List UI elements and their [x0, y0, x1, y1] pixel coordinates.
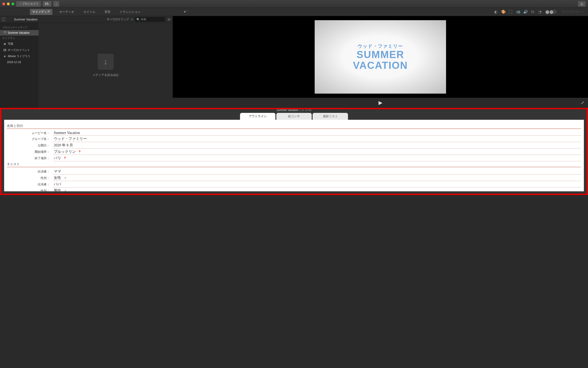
tab-transitions[interactable]: トランジション [117, 9, 143, 15]
release-date-value: 2020 年 8 月 [54, 143, 73, 148]
zoom-window-button[interactable] [11, 2, 14, 5]
sidebar-item-project[interactable]: 🎬 Summer Vacation [0, 30, 39, 36]
sidebar-item-imovie-lib[interactable]: ▼ iMovie ライブラリ [0, 53, 39, 59]
preview-viewer[interactable]: ウッド・ファミリー SUMMER VACATION [173, 16, 588, 98]
field-movie-name: ムービー名： Summer Vacation [7, 130, 581, 136]
end-location-input[interactable]: パリ📍 [53, 155, 581, 161]
cast-2-value: パパ [54, 182, 61, 187]
disclosure-triangle-icon: ▼ [3, 55, 6, 58]
gender-2-value: 男性 [54, 188, 61, 191]
media-area[interactable]: ↓ メディアを読み込む [39, 23, 173, 108]
search-input[interactable]: 🔍 検索 [135, 17, 165, 22]
sidebar-toggle-icon[interactable] [2, 18, 5, 21]
end-location-label: 終了場所： [7, 156, 53, 160]
contrast-icon[interactable]: ◐ [494, 10, 498, 14]
field-cast-2: 出演者： パパ [7, 182, 581, 187]
trailer-tabs: アウトライン 絵コンテ 撮影リスト [0, 112, 588, 120]
event-title: Summer Vacation [14, 18, 38, 21]
release-date-label: 公開日： [7, 143, 53, 147]
sidebar-item-label: Summer Vacation [8, 31, 29, 34]
sidebar-item-all-events[interactable]: 🎞 すべてのイベント [0, 47, 39, 53]
share-button[interactable] [578, 1, 586, 7]
sidebar-item-photos[interactable]: ✿ 写真 [0, 41, 39, 47]
timeline-header: Summer Vacation 1 分 20 秒 [0, 108, 588, 112]
cast-label: 出演者： [7, 170, 53, 174]
updown-icon: ⇅ [64, 190, 66, 191]
tab-audio[interactable]: オーディオ [57, 9, 77, 15]
window-controls [2, 2, 14, 5]
minimize-window-button[interactable] [7, 2, 10, 5]
field-group-name: グループ名： ウッド・ファミリー [7, 136, 581, 142]
field-end-location: 終了場所： パリ📍 [7, 155, 581, 161]
tab-my-media[interactable]: マイメディア [30, 9, 52, 15]
fullscreen-button[interactable]: ⤢ [581, 100, 584, 105]
clips-filter-dropdown[interactable]: すべてのクリップ ⇅ [107, 18, 133, 21]
sidebar: プロジェクトメディア 🎬 Summer Vacation ライブラリ ✿ 写真 … [0, 23, 39, 108]
close-window-button[interactable] [2, 2, 5, 5]
tab-storyboard[interactable]: 絵コンテ [276, 113, 312, 120]
movie-name-input[interactable]: Summer Vacation [53, 130, 581, 136]
speed-icon[interactable]: ◔ [538, 10, 542, 14]
gender-1-select[interactable]: 女性⇅ [53, 175, 581, 181]
start-location-value: ブルックリン [54, 149, 76, 154]
reset-all-button[interactable]: すべてをリセット [562, 10, 584, 14]
settings-gear-icon[interactable] [167, 18, 171, 21]
preview-title-line2: VACATION [353, 60, 408, 71]
gender-2-select[interactable]: 男性⇅ [53, 188, 581, 191]
sidebar-item-label: 写真 [8, 42, 13, 46]
share-icon [580, 2, 583, 6]
crop-icon[interactable]: ⛶ [509, 10, 513, 14]
media-browser-button[interactable]: 🎞♪ [43, 1, 51, 7]
back-projects-button[interactable]: 〈 プロジェクト [16, 1, 41, 7]
sidebar-item-event-date[interactable]: 2019-12-18 [0, 59, 39, 65]
map-pin-icon[interactable]: 📍 [63, 156, 67, 160]
filter-icon[interactable]: ⬤⬤ [545, 10, 549, 14]
preview-subtitle: ウッド・ファミリー [358, 43, 403, 49]
palette-icon[interactable]: 🎨 [501, 10, 505, 14]
tab-backgrounds[interactable]: 背景 [102, 9, 113, 15]
release-date-input[interactable]: 2020 年 8 月 [53, 142, 581, 148]
section-cast: キャスト [7, 162, 581, 167]
search-icon: 🔍 [136, 18, 140, 21]
cast-1-input[interactable]: ママ [53, 169, 581, 175]
tab-outline[interactable]: アウトライン [240, 113, 275, 120]
svg-point-0 [169, 19, 170, 20]
info-icon[interactable]: ⓘ [553, 9, 557, 14]
flower-icon: ✿ [3, 42, 6, 46]
group-name-label: グループ名： [7, 137, 53, 141]
film-reel-icon: 🎞 [3, 49, 6, 52]
cast-1-value: ママ [54, 169, 61, 174]
updown-icon: ⇅ [64, 177, 66, 179]
play-button[interactable]: ▶ [378, 100, 382, 106]
import-media-label: メディアを読み込む [92, 73, 119, 77]
tab-titles[interactable]: タイトル [81, 9, 98, 15]
map-pin-icon[interactable]: 📍 [78, 150, 82, 154]
cast-label: 出演者： [7, 182, 53, 186]
start-location-input[interactable]: ブルックリン📍 [53, 149, 581, 155]
clapperboard-icon: 🎬 [3, 31, 6, 34]
field-cast-1: 出演者： ママ [7, 169, 581, 175]
field-start-location: 開始場所： ブルックリン📍 [7, 149, 581, 155]
group-name-input[interactable]: ウッド・ファミリー [53, 136, 581, 142]
outline-body: 名前と日付 ムービー名： Summer Vacation グループ名： ウッド・… [4, 120, 584, 191]
timeline-name: Summer Vacation [277, 109, 298, 112]
gender-label: 性別： [7, 176, 53, 180]
section-name-date: 名前と日付 [7, 124, 581, 129]
end-location-value: パリ [54, 156, 61, 161]
movie-name-value: Summer Vacation [54, 131, 80, 135]
cast-2-input[interactable]: パパ [53, 182, 581, 187]
preview-toolbar: ✦¨ ◐ 🎨 ⛶ 📹 🔊 ⫴⫴ ◔ ⬤⬤ ⓘ すべてをリセット [173, 8, 588, 16]
import-button[interactable]: ↓ [53, 1, 59, 7]
magic-wand-icon[interactable]: ✦¨ [183, 10, 187, 14]
download-icon: ↓ [56, 2, 57, 6]
download-arrow-icon: ↓ [104, 57, 108, 66]
movie-name-label: ムービー名： [7, 131, 53, 135]
storyline-panel: Summer Vacation 1 分 20 秒 アウトライン 絵コンテ 撮影リ… [0, 108, 588, 195]
sidebar-item-label: すべてのイベント [8, 48, 30, 52]
stabilize-icon[interactable]: 📹 [516, 10, 520, 14]
import-media-button[interactable]: ↓ [98, 54, 114, 70]
tab-shotlist[interactable]: 撮影リスト [313, 113, 348, 120]
film-icon: 🎞♪ [45, 2, 49, 6]
volume-icon[interactable]: 🔊 [523, 10, 527, 14]
equalizer-icon[interactable]: ⫴⫴ [530, 10, 535, 14]
